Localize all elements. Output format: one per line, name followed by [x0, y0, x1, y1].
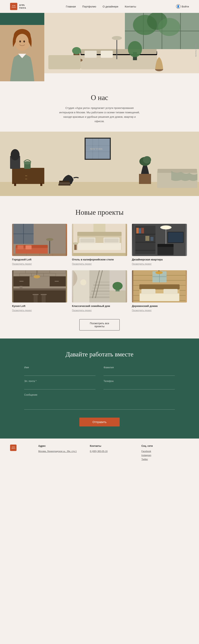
- svg-rect-72: [77, 232, 122, 236]
- svg-rect-112: [20, 281, 24, 282]
- svg-rect-96: [157, 244, 173, 247]
- project-link-loft[interactable]: Посмотреть проект: [12, 263, 32, 265]
- svg-rect-91: [150, 237, 153, 241]
- footer-instagram[interactable]: Instagram: [141, 454, 189, 458]
- svg-point-3: [16, 34, 29, 49]
- logo[interactable]: АУРАУЮТА АУРА УЮТА: [10, 3, 26, 10]
- nav-contacts[interactable]: Контакты: [125, 5, 136, 8]
- loft-svg: [12, 224, 67, 256]
- nav-home[interactable]: Главная: [66, 5, 76, 8]
- svg-point-14: [158, 18, 180, 36]
- project-image-village: [132, 270, 187, 302]
- project-title-design: Дизайнерская квартира: [132, 258, 187, 261]
- svg-point-119: [34, 275, 40, 278]
- svg-rect-18: [85, 51, 97, 58]
- first-name-field: Имя: [24, 366, 95, 376]
- svg-rect-90: [145, 236, 149, 241]
- svg-point-50: [143, 156, 151, 164]
- hero-right-panel: Андрей Лихачёв: [44, 13, 199, 81]
- svg-point-79: [73, 242, 78, 245]
- footer-facebook[interactable]: Facebook: [141, 450, 189, 454]
- svg-rect-145: [139, 284, 179, 290]
- email-input[interactable]: [24, 384, 95, 390]
- projects-grid: Городской Loft Посмотреть проект: [12, 224, 187, 312]
- project-link-village[interactable]: Посмотреть проект: [132, 309, 152, 312]
- login-button[interactable]: 👤 Войти: [176, 4, 189, 9]
- project-card-loft[interactable]: Городской Loft Посмотреть проект: [12, 224, 67, 266]
- svg-rect-84: [135, 234, 155, 234]
- project-title-kitchen: Кухня Loft: [12, 304, 67, 308]
- project-card-kitchen[interactable]: Кухня Loft Посмотреть проект: [12, 270, 67, 312]
- about-text: Студия «Аура уюта» предлагает услуги про…: [59, 106, 140, 124]
- submit-button[interactable]: Отправить: [79, 418, 120, 426]
- hero-left-panel: Аура Уюта Студия дизайна интерьера: [0, 13, 44, 81]
- footer-contacts-heading: Контакты: [90, 444, 137, 448]
- message-input[interactable]: [24, 398, 175, 410]
- svg-point-5: [23, 40, 25, 42]
- svg-rect-87: [136, 228, 139, 234]
- nav-portfolio[interactable]: Портфолио: [82, 5, 96, 8]
- svg-point-153: [155, 271, 162, 274]
- footer-phone: 8 (495) 983-05-16: [90, 450, 137, 454]
- project-card-design[interactable]: Дизайнерская квартира Посмотреть проект: [132, 224, 187, 266]
- svg-rect-77: [105, 238, 119, 242]
- svg-text:NEW YORK: NEW YORK: [90, 148, 103, 150]
- first-name-input[interactable]: [24, 370, 95, 376]
- svg-rect-114: [34, 294, 38, 302]
- footer-contacts-col: Контакты 8 (495) 983-05-16: [90, 444, 137, 461]
- svg-rect-89: [141, 228, 144, 234]
- svg-point-135: [113, 282, 123, 290]
- hero-person-photo: [0, 25, 44, 81]
- phone-field: Телефон: [104, 380, 175, 390]
- last-name-input[interactable]: [104, 370, 175, 376]
- svg-point-65: [46, 238, 53, 241]
- project-card-hotel[interactable]: Отель в калифорнийском стиле Посмотреть …: [72, 224, 127, 266]
- svg-rect-120: [20, 286, 23, 288]
- nav-about-designer[interactable]: О дизайнере: [103, 5, 118, 8]
- footer-social-col: Соц. сети Facebook Instagram Twitter: [141, 444, 189, 461]
- project-link-kitchen[interactable]: Посмотреть проект: [12, 309, 32, 312]
- footer-twitter[interactable]: Twitter: [141, 458, 189, 462]
- svg-point-27: [112, 36, 122, 40]
- nav-links: Главная Портфолио О дизайнере Контакты: [66, 5, 136, 8]
- svg-point-25: [128, 41, 142, 57]
- contact-heading: Давайте работать вместе: [24, 350, 175, 358]
- hero-interior-image: Андрей Лихачёв: [44, 13, 199, 73]
- svg-point-38: [11, 149, 20, 160]
- footer-logo-icon: АУРАУЮТА: [10, 444, 17, 451]
- svg-rect-85: [135, 242, 155, 242]
- svg-rect-54: [59, 182, 70, 184]
- contact-form: Имя Фамилия Эл. почта * Телефон Сообщени…: [24, 366, 175, 426]
- project-link-family[interactable]: Посмотреть проект: [72, 309, 92, 312]
- svg-rect-146: [140, 294, 179, 301]
- hero-section: Аура Уюта Студия дизайна интерьера: [0, 13, 199, 81]
- about-heading: О нас: [24, 94, 175, 102]
- svg-rect-63: [26, 245, 32, 249]
- phone-label: Телефон: [104, 380, 175, 382]
- svg-rect-29: [48, 55, 81, 69]
- last-name-label: Фамилия: [104, 366, 175, 369]
- phone-input[interactable]: [104, 384, 175, 390]
- image-caption: Андрей Лихачёв: [195, 43, 197, 57]
- view-all-button[interactable]: Посмотреть все проекты: [79, 319, 120, 330]
- projects-section: Новые проекты: [0, 196, 199, 338]
- project-image-loft: [12, 224, 67, 256]
- svg-rect-78: [74, 244, 77, 250]
- svg-rect-98: [168, 232, 183, 242]
- svg-rect-95: [157, 246, 173, 255]
- svg-rect-32: [12, 168, 44, 184]
- svg-rect-115: [33, 294, 39, 295]
- project-card-family[interactable]: Классический семейный дом Посмотреть про…: [72, 270, 127, 312]
- project-title-family: Классический семейный дом: [72, 304, 127, 308]
- navigation: АУРАУЮТА АУРА УЮТА Главная Портфолио О д…: [0, 0, 199, 13]
- logo-icon: АУРАУЮТА: [10, 3, 17, 10]
- project-link-hotel[interactable]: Посмотреть проект: [72, 263, 92, 265]
- svg-rect-117: [41, 294, 47, 295]
- project-card-village[interactable]: Деревенский домик Посмотреть проект: [132, 270, 187, 312]
- user-icon: 👤: [176, 4, 180, 9]
- project-link-design[interactable]: Посмотреть проект: [132, 263, 152, 265]
- footer-address-link[interactable]: Москва, Ленинградское ш., 36к, стр.1: [38, 450, 86, 454]
- svg-rect-36: [25, 179, 27, 179]
- svg-rect-80: [93, 224, 106, 232]
- project-image-hotel: [72, 224, 127, 256]
